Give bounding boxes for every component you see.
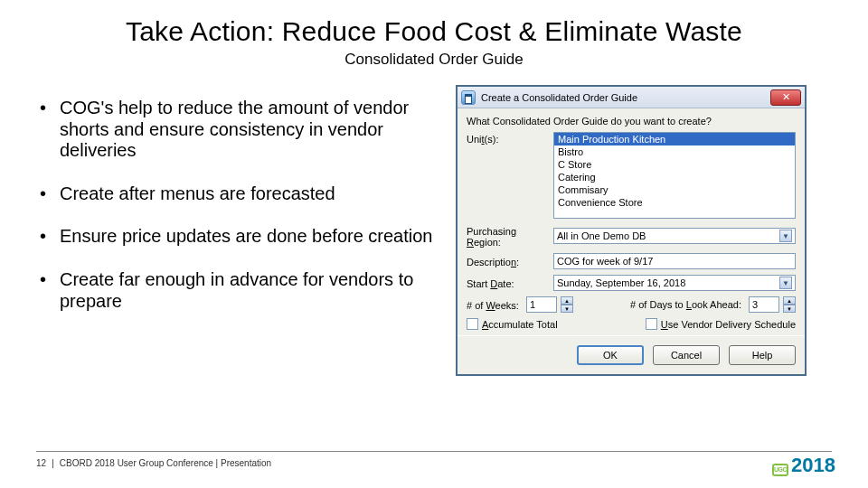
units-listbox[interactable]: Main Production Kitchen Bistro C Store C… xyxy=(553,132,796,219)
weeks-stepper[interactable]: ▲▼ xyxy=(561,296,573,313)
separator xyxy=(458,335,805,336)
list-item[interactable]: Bistro xyxy=(554,145,795,158)
accumulate-checkbox[interactable] xyxy=(467,318,478,330)
logo-year: 2018 xyxy=(791,454,835,477)
list-item[interactable]: C Store xyxy=(554,158,795,171)
chevron-up-icon[interactable]: ▲ xyxy=(561,296,573,305)
logo-ugc-badge: UGC xyxy=(772,464,788,476)
description-label: Description: xyxy=(467,255,553,267)
slide-subtitle: Consolidated Order Guide xyxy=(36,51,832,69)
dialog-prompt: What Consolidated Order Guide do you wan… xyxy=(467,116,796,127)
region-combo[interactable]: All in One Demo DB ▼ xyxy=(553,228,796,244)
close-icon[interactable]: ✕ xyxy=(770,89,801,106)
region-value: All in One Demo DB xyxy=(557,230,646,241)
footer-text: CBORD 2018 User Group Conference | Prese… xyxy=(60,458,271,468)
help-button[interactable]: Help xyxy=(729,345,796,365)
dialog-create-cog: Create a Consolidated Order Guide ✕ What… xyxy=(456,85,807,376)
vendor-schedule-label: Use Vendor Delivery Schedule xyxy=(661,319,796,330)
bullet-item: Create after menus are forecasted xyxy=(36,183,434,205)
ugc-2018-logo: UGC 2018 xyxy=(772,454,835,477)
chevron-up-icon[interactable]: ▲ xyxy=(783,296,796,305)
dialog-titlebar[interactable]: Create a Consolidated Order Guide ✕ xyxy=(458,87,805,108)
slide-title: Take Action: Reduce Food Cost & Eliminat… xyxy=(36,16,832,47)
startdate-label: Start Date: xyxy=(467,277,553,289)
cancel-button[interactable]: Cancel xyxy=(653,345,720,365)
lookahead-input[interactable]: 3 xyxy=(749,296,779,313)
weeks-label: # of Weeks: xyxy=(467,298,523,311)
accumulate-label: Accumulate Total xyxy=(482,319,558,330)
chevron-down-icon[interactable]: ▼ xyxy=(561,305,573,313)
app-icon xyxy=(461,90,476,105)
startdate-value: Sunday, September 16, 2018 xyxy=(557,277,685,288)
bullet-item: Create far enough in advance for vendors… xyxy=(36,269,434,312)
list-item[interactable]: Main Production Kitchen xyxy=(554,133,795,145)
startdate-picker[interactable]: Sunday, September 16, 2018 ▼ xyxy=(553,275,796,291)
ok-button[interactable]: OK xyxy=(577,345,644,365)
list-item[interactable]: Convenience Store xyxy=(554,196,795,209)
slide-footer: 12 | CBORD 2018 User Group Conference | … xyxy=(36,458,271,468)
chevron-down-icon[interactable]: ▼ xyxy=(779,230,792,242)
chevron-down-icon[interactable]: ▼ xyxy=(779,277,792,289)
vendor-schedule-checkbox[interactable] xyxy=(646,318,657,330)
description-input[interactable]: COG for week of 9/17 xyxy=(553,253,796,269)
bullet-item: COG's help to reduce the amount of vendo… xyxy=(36,98,434,162)
weeks-input[interactable]: 1 xyxy=(526,296,557,313)
units-label: Unit(s): xyxy=(467,132,553,145)
footer-rule xyxy=(36,451,832,452)
page-number: 12 xyxy=(36,458,46,468)
slide-bullets: COG's help to reduce the amount of vendo… xyxy=(36,85,434,376)
chevron-down-icon[interactable]: ▼ xyxy=(783,305,796,313)
dialog-title: Create a Consolidated Order Guide xyxy=(481,92,770,103)
list-item[interactable]: Commisary xyxy=(554,183,795,196)
list-item[interactable]: Catering xyxy=(554,171,795,183)
lookahead-label: # of Days to Look Ahead: xyxy=(630,299,745,310)
lookahead-stepper[interactable]: ▲▼ xyxy=(783,296,796,313)
bullet-item: Ensure price updates are done before cre… xyxy=(36,226,434,248)
region-label: Purchasing Region: xyxy=(467,224,553,248)
